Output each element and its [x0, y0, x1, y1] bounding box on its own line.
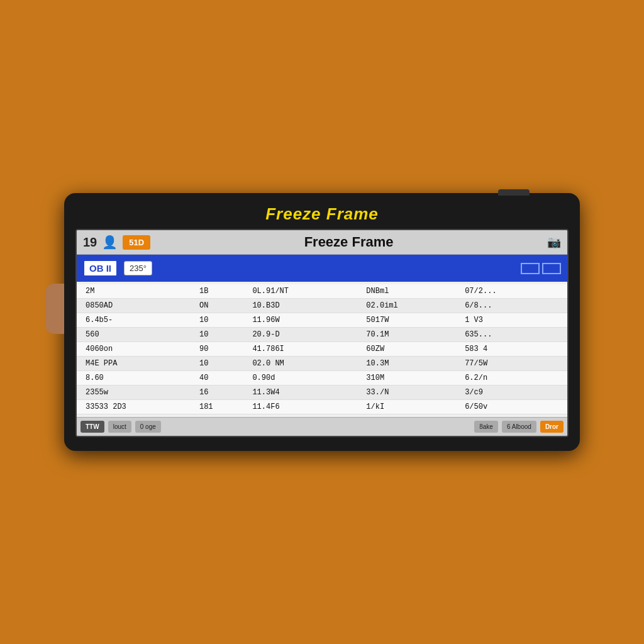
table-cell: 11.96W: [250, 314, 364, 326]
table-cell: 33533 2D3: [83, 401, 197, 413]
table-cell: 02.0iml: [364, 300, 462, 311]
table-cell: M4E PPA: [83, 358, 197, 369]
table-cell: 4060on: [83, 343, 197, 355]
table-cell: 310M: [364, 372, 462, 384]
toolbar-btn1[interactable]: TTW: [80, 421, 104, 433]
table-cell: 3/c9: [462, 387, 561, 398]
device: Freeze Frame 19 👤 51D Freeze Frame 📷 OB …: [64, 193, 580, 451]
table-row: 2355w1611.3W433./N3/c9: [77, 386, 567, 400]
screen-title: Freeze Frame: [155, 234, 542, 250]
diagram-box2: [542, 263, 561, 274]
table-row: 5601020.9-D70.1M635...: [77, 328, 567, 342]
toolbar-btn5[interactable]: 6 Albood: [502, 421, 536, 433]
table-cell: 1B: [197, 286, 250, 297]
table-cell: 181: [197, 401, 250, 413]
table-cell: 02.0 NM: [250, 358, 364, 369]
screen-header: 19 👤 51D Freeze Frame 📷: [77, 230, 567, 255]
table-cell: 07/2...: [462, 286, 561, 297]
table-cell: 11.4F6: [250, 401, 364, 413]
toolbar-btn3[interactable]: 0 oge: [135, 421, 161, 433]
table-cell: 560: [83, 329, 197, 340]
table-cell: 33./N: [364, 387, 462, 398]
hand-hint: [45, 284, 64, 334]
diagram-area: [521, 263, 561, 274]
table-cell: 10: [197, 314, 250, 326]
table-cell: 20.9-D: [250, 329, 364, 340]
table-cell: 1/kI: [364, 401, 462, 413]
camera-icon[interactable]: 📷: [547, 235, 561, 249]
table-cell: 10: [197, 329, 250, 340]
table-cell: 5017W: [364, 314, 462, 326]
table-cell: 0850AD: [83, 300, 197, 311]
table-cell: 16: [197, 387, 250, 398]
user-icon: 👤: [102, 235, 118, 250]
table-cell: 10.3M: [364, 358, 462, 369]
diagram-box: [521, 263, 540, 274]
table-cell: 6.2/n: [462, 372, 561, 384]
data-table: 2M1B0L.91/NTDNBml07/2...0850ADON10.B3D02…: [77, 282, 567, 417]
table-cell: 6/50v: [462, 401, 561, 413]
dtc-badge[interactable]: 235°: [124, 261, 152, 275]
table-row: 6.4b5-1011.96W5017W1 V3: [77, 313, 567, 328]
toolbar-btn2[interactable]: louct: [108, 421, 131, 433]
table-cell: 11.3W4: [250, 387, 364, 398]
table-cell: 41.786I: [250, 343, 364, 355]
table-cell: 1 V3: [462, 314, 561, 326]
toolbar-btn4[interactable]: 8ake: [474, 421, 498, 433]
device-title: Freeze Frame: [265, 204, 379, 224]
table-row: 0850ADON10.B3D02.0iml6/8...: [77, 299, 567, 313]
nav-icon[interactable]: 19: [83, 235, 97, 250]
table-row: 33533 2D318111.4F61/kI6/50v: [77, 400, 567, 414]
table-cell: DNBml: [364, 286, 462, 297]
table-row: 4060on9041.786I60ZW583 4: [77, 342, 567, 357]
table-cell: 70.1M: [364, 329, 462, 340]
table-cell: 77/5W: [462, 358, 561, 369]
blue-row: OB II 235°: [77, 255, 567, 282]
table-cell: 6/8...: [462, 300, 561, 311]
obii-badge[interactable]: OB II: [83, 260, 118, 277]
table-cell: 90: [197, 343, 250, 355]
table-row: 8.60400.90d310M6.2/n: [77, 371, 567, 386]
table-cell: 0L.91/NT: [250, 286, 364, 297]
active-tab[interactable]: 51D: [123, 235, 150, 250]
top-button[interactable]: [498, 189, 530, 196]
table-cell: 10.B3D: [250, 300, 364, 311]
bottom-toolbar: TTW louct 0 oge 8ake 6 Albood Dror: [77, 417, 567, 436]
screen: 19 👤 51D Freeze Frame 📷 OB II 235° 2M1B0…: [75, 229, 569, 437]
table-cell: ON: [197, 300, 250, 311]
table-cell: 635...: [462, 329, 561, 340]
table-row: 2M1B0L.91/NTDNBml07/2...: [77, 284, 567, 299]
table-cell: 583 4: [462, 343, 561, 355]
table-row: M4E PPA1002.0 NM10.3M77/5W: [77, 357, 567, 371]
table-cell: 10: [197, 358, 250, 369]
table-cell: 2M: [83, 286, 197, 297]
table-cell: 6.4b5-: [83, 314, 197, 326]
device-top-bar: Freeze Frame: [75, 204, 569, 224]
toolbar-btn6[interactable]: Dror: [540, 421, 564, 433]
table-cell: 40: [197, 372, 250, 384]
table-cell: 8.60: [83, 372, 197, 384]
table-cell: 2355w: [83, 387, 197, 398]
table-cell: 0.90d: [250, 372, 364, 384]
table-cell: 60ZW: [364, 343, 462, 355]
